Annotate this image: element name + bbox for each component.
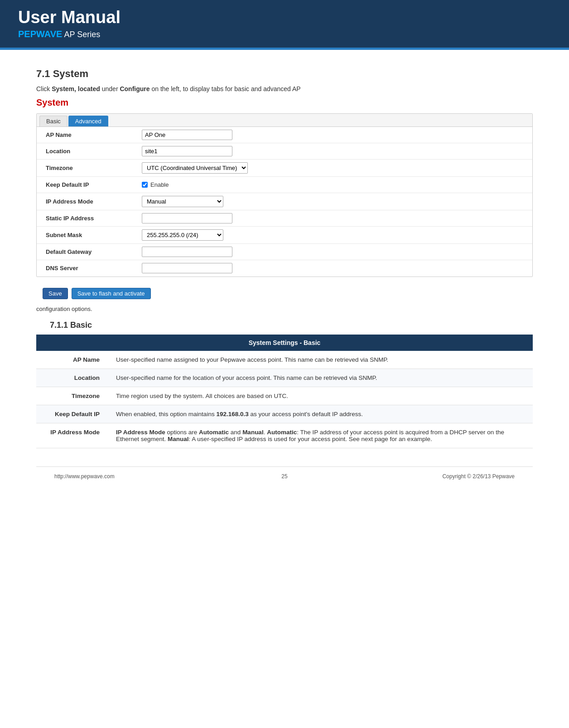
value-default-gateway xyxy=(136,244,532,260)
form-row-location: Location xyxy=(37,143,532,160)
value-ap-name xyxy=(136,127,532,143)
desc-ap-name: User-specified name assigned to your Pep… xyxy=(109,351,533,369)
form-row-dns-server: DNS Server xyxy=(37,260,532,277)
value-static-ip xyxy=(136,210,532,226)
input-dns-server[interactable] xyxy=(142,263,232,273)
table-row: IP Address Mode IP Address Mode options … xyxy=(36,423,533,448)
section-7-1-heading: 7.1 System xyxy=(36,68,533,80)
config-options-text: configuration options. xyxy=(36,306,533,312)
table-row: AP Name User-specified name assigned to … xyxy=(36,351,533,369)
system-form-panel: Basic Advanced AP Name Location Timezone xyxy=(36,113,533,277)
field-ap-name: AP Name xyxy=(36,351,109,369)
form-row-default-gateway: Default Gateway xyxy=(37,244,532,260)
save-flash-button[interactable]: Save to flash and activate xyxy=(72,288,151,299)
form-row-ip-address-mode: IP Address Mode Manual Automatic xyxy=(37,193,532,210)
value-subnet-mask: 255.255.255.0 (/24) xyxy=(136,227,532,243)
button-bar: Save Save to flash and activate xyxy=(36,283,533,304)
input-default-gateway[interactable] xyxy=(142,247,232,257)
table-header: System Settings - Basic xyxy=(36,335,533,351)
form-body: AP Name Location Timezone UTC (Coordinat… xyxy=(37,127,532,277)
manual-title: User Manual xyxy=(18,8,551,27)
field-location: Location xyxy=(36,369,109,387)
footer-left: http://www.pepwave.com xyxy=(54,473,115,480)
label-ip-address-mode: IP Address Mode xyxy=(37,195,136,208)
select-ip-address-mode[interactable]: Manual Automatic xyxy=(142,196,223,207)
desc-location: User-specified name for the location of … xyxy=(109,369,533,387)
table-row: Location User-specified name for the loc… xyxy=(36,369,533,387)
table-row: Keep Default IP When enabled, this optio… xyxy=(36,405,533,423)
desc-ip-address-mode: IP Address Mode options are Automatic an… xyxy=(109,423,533,448)
label-ap-name: AP Name xyxy=(37,129,136,141)
form-row-subnet-mask: Subnet Mask 255.255.255.0 (/24) xyxy=(37,227,532,244)
checkbox-keep-default-ip[interactable] xyxy=(142,182,148,188)
input-static-ip[interactable] xyxy=(142,213,232,223)
value-location xyxy=(136,143,532,159)
label-default-gateway: Default Gateway xyxy=(37,246,136,258)
input-ap-name[interactable] xyxy=(142,130,232,140)
brand-name: PEPWAVE xyxy=(18,29,62,39)
field-keep-default-ip: Keep Default IP xyxy=(36,405,109,423)
page-footer: http://www.pepwave.com 25 Copyright © 2/… xyxy=(36,466,533,486)
section-7-1-1-heading: 7.1.1 Basic xyxy=(36,320,533,330)
section-7-1-desc: Click System, located under Configure on… xyxy=(36,84,533,94)
save-button[interactable]: Save xyxy=(43,288,68,299)
footer-right: Copyright © 2/26/13 Pepwave xyxy=(442,473,515,480)
desc-keep-default-ip: When enabled, this option maintains 192.… xyxy=(109,405,533,423)
label-keep-default-ip: Keep Default IP xyxy=(37,179,136,191)
series-name: AP Series xyxy=(62,30,100,39)
enable-text: Enable xyxy=(150,181,169,188)
value-keep-default-ip: Enable xyxy=(136,179,532,191)
main-content: 7.1 System Click System, located under C… xyxy=(0,50,569,504)
label-location: Location xyxy=(37,145,136,157)
page-header: User Manual PEPWAVE AP Series xyxy=(0,0,569,48)
label-dns-server: DNS Server xyxy=(37,262,136,274)
checkbox-enable-label[interactable]: Enable xyxy=(142,181,527,188)
manual-subtitle: PEPWAVE AP Series xyxy=(18,29,551,39)
form-row-static-ip: Static IP Address xyxy=(37,210,532,227)
tab-advanced[interactable]: Advanced xyxy=(68,116,108,126)
footer-page-number: 25 xyxy=(281,473,287,480)
value-timezone: UTC (Coordinated Universal Time) xyxy=(136,160,532,176)
label-static-ip: Static IP Address xyxy=(37,212,136,224)
value-ip-address-mode: Manual Automatic xyxy=(136,193,532,210)
system-settings-table: System Settings - Basic AP Name User-spe… xyxy=(36,335,533,448)
table-row: Timezone Time region used by the system.… xyxy=(36,387,533,405)
label-subnet-mask: Subnet Mask xyxy=(37,229,136,241)
value-dns-server xyxy=(136,260,532,276)
form-row-ap-name: AP Name xyxy=(37,127,532,143)
tab-bar: Basic Advanced xyxy=(37,114,532,127)
system-label: System xyxy=(36,97,533,108)
label-timezone: Timezone xyxy=(37,162,136,174)
tab-basic[interactable]: Basic xyxy=(39,116,68,126)
form-row-timezone: Timezone UTC (Coordinated Universal Time… xyxy=(37,160,532,177)
field-ip-address-mode: IP Address Mode xyxy=(36,423,109,448)
select-subnet-mask[interactable]: 255.255.255.0 (/24) xyxy=(142,229,223,241)
desc-timezone: Time region used by the system. All choi… xyxy=(109,387,533,405)
input-location[interactable] xyxy=(142,146,232,156)
form-row-keep-default-ip: Keep Default IP Enable xyxy=(37,177,532,193)
field-timezone: Timezone xyxy=(36,387,109,405)
select-timezone[interactable]: UTC (Coordinated Universal Time) xyxy=(142,162,248,174)
